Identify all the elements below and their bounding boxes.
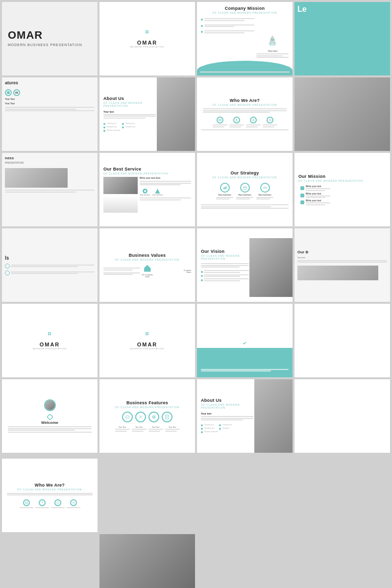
feat-circle-1 [122, 412, 133, 422]
check-dot [103, 123, 105, 125]
text-line [140, 181, 191, 182]
text-line [203, 108, 287, 109]
omar-brand-3: OMAR [130, 342, 164, 347]
about-check-3: Reason achieved [103, 129, 120, 132]
about-text-lines [103, 114, 156, 119]
photo-right-slide [294, 77, 390, 151]
let-us-start-content: Let us start [233, 333, 257, 348]
strategy-title: Our Strategy [230, 171, 259, 175]
photo-icon [217, 117, 223, 123]
diamond-small-icon [47, 414, 53, 420]
vision-subtitle: OF CLEAN AND MODERN PRESENTATION [201, 254, 249, 260]
service-text-label-2: Your text here [152, 194, 163, 196]
text-line [256, 53, 289, 54]
who-icon-1 [213, 117, 227, 127]
text-line [5, 190, 95, 191]
check-text-3: Reason achieved [204, 431, 218, 433]
keyboard-photo [99, 534, 195, 588]
text-line [200, 72, 290, 73]
check-dot [219, 428, 221, 430]
check-text-2: Headline text [107, 126, 117, 128]
about-us-2-title: About Us [201, 398, 253, 403]
about-us-subtitle: OF CLEAN AND MODERN PRESENTATION [103, 101, 156, 107]
company-mission-subtitle: OF CLEAN AND MODERN PRESENTATION [213, 11, 277, 14]
who-we-are-slide: Who We Are? OF CLEAN AND MODERN PRESENTA… [197, 77, 293, 151]
svg-point-37 [41, 502, 42, 503]
let-us-start-title: Let us start [233, 333, 257, 338]
mission-list: Write your text Write your text Write yo… [298, 185, 386, 205]
values-center-col: Our CompanyGoals [142, 265, 153, 278]
who2-icon-text-4 [67, 507, 80, 508]
svg-rect-13 [225, 186, 226, 189]
about-check-rows: Training text Headline text Reason achie… [103, 122, 156, 133]
text-line [201, 370, 271, 371]
check-dot [201, 275, 203, 277]
blank-partial-slide [294, 304, 390, 377]
diamond-ornament-2 [47, 332, 52, 338]
svg-rect-23 [147, 332, 149, 334]
svg-rect-20 [48, 333, 50, 335]
check-text-3: Reason achieved [107, 129, 120, 132]
text-line [5, 110, 95, 111]
text-line [67, 507, 80, 508]
check-text-5: Headline [222, 427, 229, 430]
omar-tagline-3: MODERN PRESENTATION [130, 347, 164, 350]
m-text-lines-3 [306, 202, 330, 205]
feat-label-2: Your Text [132, 426, 147, 432]
omar-brand-1: OMAR [130, 40, 164, 46]
mission-text-2: Write your text [306, 193, 330, 198]
text-line [8, 428, 92, 429]
text-line [201, 369, 289, 370]
text-line [201, 204, 289, 205]
text-line [103, 116, 156, 117]
feat-lines-1 [115, 429, 130, 432]
business-values-slide: Business Values OF CLEAN AND MODERN PRES… [99, 228, 195, 302]
service-content: Write your text here Your text here [103, 177, 191, 213]
about-check-col-2: Training text Headline text [122, 122, 135, 133]
text-line [11, 273, 78, 274]
person-icon [233, 117, 240, 123]
text-line [306, 204, 325, 205]
who-we-are-2-subtitle: OF CLEAN AND MODERN PRESENTATION [18, 488, 82, 491]
eye-icon [143, 189, 147, 194]
text-line [203, 112, 270, 113]
about2-check-3: Reason achieved [201, 431, 218, 433]
strategy-text-1 [216, 197, 233, 200]
omar-tagline-1: MODERN PRESENTATION [130, 46, 164, 48]
text-line [201, 263, 249, 264]
svg-rect-22 [146, 332, 147, 334]
partial-icon-row [5, 89, 95, 96]
mission-row-3: Write your text [300, 199, 384, 205]
check-dot-2 [201, 25, 203, 27]
text-line [103, 114, 156, 115]
about-2-checks: Training text Headline text Reason achie… [201, 423, 253, 434]
text-line [201, 208, 289, 209]
strategy-item-3: Your text here [256, 183, 273, 200]
our-strategy-slide: Our Strategy OF CLEAN AND MODERN PRESENT… [197, 153, 293, 226]
goal-item-1 [5, 264, 95, 269]
link2-icon-svg [263, 186, 267, 190]
service-img-1 [103, 177, 138, 194]
text-line [201, 267, 240, 268]
service-icons-row: Your text here Your text here [140, 189, 191, 196]
who2-icon-3 [51, 499, 65, 508]
our-b-text: Our B [297, 250, 308, 254]
who-bottom-lines [201, 129, 289, 130]
service-icon-1: Your text here [140, 189, 150, 196]
who2-text-lines [6, 493, 94, 496]
text-line [204, 270, 249, 271]
business-partial-slide: ness PRESENTATION [2, 153, 98, 226]
partial-service-img [5, 168, 68, 188]
strategy-bottom-text [201, 204, 289, 209]
who2-link-svg [72, 501, 75, 504]
company-mission-slide: Company Mission OF CLEAN AND MODERN PRES… [197, 2, 293, 75]
about2-check-2: Headline text [201, 427, 218, 430]
text-line [306, 197, 325, 198]
svg-rect-18 [48, 332, 50, 334]
let-us-start-slide: Let us start [197, 304, 293, 377]
check-text-4: Training text [125, 122, 135, 125]
vision-check-text-3 [204, 278, 249, 281]
text-line [8, 432, 92, 433]
service-text-col: Write your text here Your text here [140, 177, 191, 213]
values-right: CompanyVision [154, 270, 191, 273]
